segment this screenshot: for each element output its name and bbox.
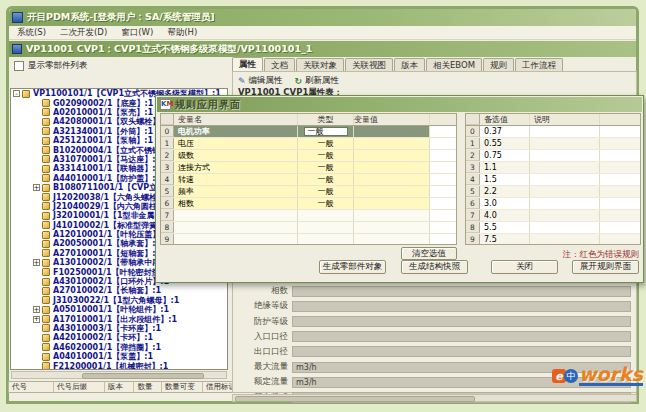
option-description-cell[interactable] bbox=[530, 198, 600, 209]
row-index[interactable]: 6 bbox=[161, 198, 174, 209]
row-index[interactable]: 3 bbox=[161, 162, 174, 173]
option-row[interactable]: 8 5.5 bbox=[466, 222, 640, 234]
form-field[interactable] bbox=[292, 331, 631, 342]
option-row[interactable]: 5 2.2 bbox=[466, 186, 640, 198]
option-value-cell[interactable]: 0.55 bbox=[480, 138, 530, 149]
row-index[interactable]: 4 bbox=[466, 174, 480, 185]
variable-row[interactable]: 3 连接方式 一般 bbox=[161, 162, 456, 174]
variable-name-cell[interactable]: 级数 bbox=[174, 150, 298, 161]
expand-toggle-icon[interactable] bbox=[33, 184, 40, 191]
option-description-cell[interactable] bbox=[530, 234, 600, 245]
option-description-cell[interactable] bbox=[530, 210, 600, 221]
variable-type-cell[interactable]: 一般 bbox=[298, 138, 354, 149]
variable-row[interactable]: 1 电压 一般 bbox=[161, 138, 456, 150]
option-value-cell[interactable]: 5.5 bbox=[480, 222, 530, 233]
type-combo[interactable]: 一般 bbox=[318, 162, 334, 173]
row-index[interactable]: 4 bbox=[161, 174, 174, 185]
scrollbar-thumb[interactable] bbox=[235, 396, 475, 402]
option-row[interactable]: 7 4.0 bbox=[466, 210, 640, 222]
row-index[interactable]: 0 bbox=[161, 126, 174, 137]
option-value-cell[interactable]: 0.75 bbox=[480, 150, 530, 161]
scrollbar-thumb[interactable] bbox=[82, 373, 204, 379]
option-row[interactable]: 1 0.55 bbox=[466, 138, 640, 150]
variable-value-cell[interactable] bbox=[354, 198, 430, 209]
row-index[interactable]: 8 bbox=[466, 222, 480, 233]
variable-value-cell[interactable] bbox=[354, 174, 430, 185]
variable-type-cell[interactable]: 一般 bbox=[298, 150, 354, 161]
row-index[interactable]: 5 bbox=[466, 186, 480, 197]
option-value-cell[interactable]: 7.5 bbox=[480, 234, 530, 245]
row-index[interactable]: 1 bbox=[466, 138, 480, 149]
variable-value-cell[interactable] bbox=[354, 150, 430, 161]
form-field[interactable] bbox=[292, 346, 631, 357]
variable-name-cell[interactable]: 相数 bbox=[174, 198, 298, 209]
form-field[interactable] bbox=[292, 316, 631, 327]
tab[interactable]: 关联视图 bbox=[345, 58, 393, 72]
variable-value-cell[interactable] bbox=[354, 210, 430, 221]
row-index[interactable]: 5 bbox=[161, 186, 174, 197]
variable-name-cell[interactable]: 电机功率 bbox=[174, 126, 298, 137]
properties-horizontal-scrollbar[interactable] bbox=[232, 394, 637, 402]
variable-row[interactable]: 7 bbox=[161, 210, 456, 222]
variable-type-cell[interactable] bbox=[298, 210, 354, 221]
variable-value-cell[interactable] bbox=[354, 234, 430, 245]
type-combo[interactable]: 一般 bbox=[318, 150, 334, 161]
variable-value-cell[interactable] bbox=[354, 138, 430, 149]
row-index[interactable]: 3 bbox=[466, 162, 480, 173]
variable-name-cell[interactable]: 频率 bbox=[174, 186, 298, 197]
form-field[interactable] bbox=[292, 301, 631, 312]
row-index[interactable]: 8 bbox=[161, 222, 174, 233]
variable-name-cell[interactable] bbox=[174, 210, 298, 221]
option-value-cell[interactable]: 2.2 bbox=[480, 186, 530, 197]
menu-system[interactable]: 系统(S) bbox=[17, 27, 46, 39]
expand-toggle-icon[interactable] bbox=[33, 306, 40, 313]
menu-dev[interactable]: 二次开发(D) bbox=[60, 27, 107, 39]
variable-type-cell[interactable]: 一般 bbox=[298, 162, 354, 173]
option-value-cell[interactable]: 0.37 bbox=[480, 126, 530, 137]
option-value-cell[interactable]: 3.0 bbox=[480, 198, 530, 209]
variable-name-cell[interactable] bbox=[174, 222, 298, 233]
variable-type-cell[interactable] bbox=[298, 222, 354, 233]
tree-item[interactable]: A17010001/1【出水段组件】:1 bbox=[11, 314, 227, 323]
variable-type-cell[interactable]: 一般 bbox=[298, 126, 354, 137]
option-value-cell[interactable]: 1.5 bbox=[480, 174, 530, 185]
form-field[interactable] bbox=[292, 286, 631, 297]
tab[interactable]: 属性 bbox=[232, 57, 263, 72]
variable-row[interactable]: 6 相数 一般 bbox=[161, 198, 456, 210]
clear-values-button[interactable]: 清空选值 bbox=[401, 247, 457, 260]
option-value-cell[interactable]: 1.1 bbox=[480, 162, 530, 173]
option-description-cell[interactable] bbox=[530, 186, 600, 197]
tree-item[interactable]: A42010002/1【卡环】:1 bbox=[11, 333, 227, 342]
variable-row[interactable]: 9 bbox=[161, 234, 456, 245]
variable-row[interactable]: 8 bbox=[161, 222, 456, 234]
variable-value-cell[interactable] bbox=[354, 126, 430, 137]
type-combo[interactable]: 一般 bbox=[318, 198, 334, 209]
variable-name-cell[interactable]: 连接方式 bbox=[174, 162, 298, 173]
tab[interactable]: 文档 bbox=[264, 58, 295, 72]
option-row[interactable]: 0 0.37 bbox=[466, 126, 640, 138]
tree-item[interactable]: A46020001/1【弹挡圈】:1 bbox=[11, 343, 227, 352]
expand-toggle-icon[interactable] bbox=[33, 259, 40, 266]
variable-name-cell[interactable]: 转速 bbox=[174, 174, 298, 185]
variable-row[interactable]: 5 频率 一般 bbox=[161, 186, 456, 198]
tab[interactable]: 相关EBOM bbox=[426, 58, 482, 72]
option-description-cell[interactable] bbox=[530, 162, 600, 173]
edit-properties-button[interactable]: ✎ 编辑属性 bbox=[238, 75, 283, 87]
row-index[interactable]: 2 bbox=[161, 150, 174, 161]
option-value-cell[interactable]: 4.0 bbox=[480, 210, 530, 221]
row-index[interactable]: 7 bbox=[466, 210, 480, 221]
row-index[interactable]: 1 bbox=[161, 138, 174, 149]
option-row[interactable]: 2 0.75 bbox=[466, 150, 640, 162]
variable-name-cell[interactable] bbox=[174, 234, 298, 245]
option-description-cell[interactable] bbox=[530, 222, 600, 233]
variable-type-cell[interactable]: 一般 bbox=[298, 186, 354, 197]
option-description-cell[interactable] bbox=[530, 126, 600, 137]
variable-type-cell[interactable]: 一般 bbox=[298, 198, 354, 209]
row-index[interactable]: 6 bbox=[466, 198, 480, 209]
tree-item[interactable]: A27010002/1【长轴套】:1 bbox=[11, 286, 227, 295]
generate-structure-snapshot-button[interactable]: 生成结构快照 bbox=[401, 260, 468, 274]
tree-item[interactable]: A04010001/1【泵盖】:1 bbox=[11, 352, 227, 361]
tab[interactable]: 工作流程 bbox=[515, 58, 563, 72]
row-index[interactable]: 0 bbox=[466, 126, 480, 137]
type-combo[interactable]: 一般 bbox=[318, 174, 334, 185]
